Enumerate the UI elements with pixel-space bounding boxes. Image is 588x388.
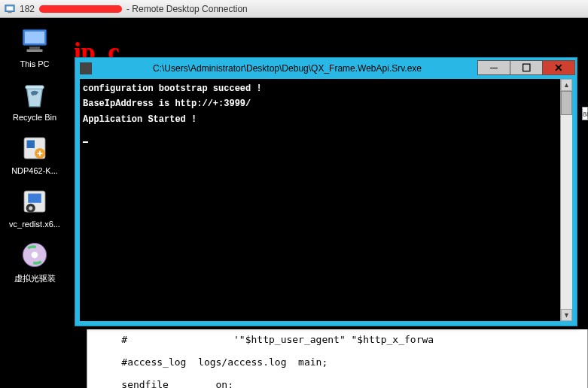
svg-rect-12	[28, 194, 41, 203]
rdp-ip: 182	[20, 4, 35, 14]
scroll-down-arrow[interactable]: ▼	[561, 309, 572, 321]
scroll-up-arrow[interactable]: ▲	[561, 79, 572, 91]
rdp-titlebar: 182 - Remote Desktop Connection	[0, 0, 588, 18]
console-output[interactable]: configuration bootstrap succeed ! BaseIp…	[80, 79, 560, 321]
svg-point-16	[32, 252, 38, 259]
console-titlebar[interactable]: C:\Users\Administrator\Desktop\Debug\QX_…	[75, 58, 577, 79]
icon-label: vc_redist.x6...	[9, 220, 60, 229]
rdp-title-suffix: - Remote Desktop Connection	[126, 4, 248, 14]
svg-rect-9	[27, 141, 35, 149]
desktop-icon-this-pc[interactable]: This PC	[7, 26, 62, 68]
svg-rect-5	[29, 47, 40, 50]
desktop-icon-virtual-drive[interactable]: 虚拟光驱装	[7, 239, 62, 284]
window-controls: ─ ☐ ✕	[478, 60, 575, 77]
disc-icon	[19, 239, 50, 271]
console-body: configuration bootstrap succeed ! BaseIp…	[80, 79, 572, 321]
svg-point-14	[29, 206, 32, 210]
minimize-button[interactable]: ─	[477, 60, 510, 75]
recycle-bin-icon	[19, 79, 50, 111]
console-title: C:\Users\Administrator\Desktop\Debug\QX_…	[96, 63, 478, 74]
scroll-track[interactable]	[561, 115, 572, 309]
icon-label: Recycle Bin	[13, 113, 56, 122]
desktop-icon-column: This PC Recycle Bin NDP462-K...	[5, 26, 65, 284]
installer-icon	[19, 186, 50, 217]
close-button[interactable]: ✕	[542, 60, 575, 75]
svg-rect-1	[7, 6, 14, 10]
svg-rect-7	[26, 86, 44, 89]
icon-label: This PC	[20, 59, 49, 68]
desktop-icon-ndp462[interactable]: NDP462-K...	[7, 132, 62, 175]
icon-label: NDP462-K...	[11, 166, 58, 175]
console-app-icon	[80, 62, 92, 74]
text-cursor	[83, 141, 88, 143]
svg-rect-6	[27, 50, 43, 53]
redacted-ip	[39, 5, 122, 13]
scroll-thumb[interactable]	[561, 91, 572, 115]
side-badge: 88	[582, 107, 588, 120]
remote-desktop: ip_c This PC Recycle Bin	[0, 18, 588, 388]
computer-icon	[19, 26, 50, 57]
console-window[interactable]: C:\Users\Administrator\Desktop\Debug\QX_…	[75, 57, 577, 326]
icon-label: 虚拟光驱装	[14, 273, 56, 284]
background-text-editor: # '"$http_user_agent" "$http_x_forwa #ac…	[87, 329, 588, 388]
installer-icon	[19, 132, 50, 164]
desktop-icon-recycle-bin[interactable]: Recycle Bin	[7, 79, 62, 122]
maximize-button[interactable]: ☐	[510, 60, 543, 75]
svg-rect-2	[8, 11, 11, 13]
rdp-icon	[5, 4, 15, 14]
svg-rect-4	[25, 32, 44, 44]
desktop-icon-vc-redist[interactable]: vc_redist.x6...	[7, 186, 62, 229]
scrollbar[interactable]: ▲ ▼	[560, 79, 572, 321]
